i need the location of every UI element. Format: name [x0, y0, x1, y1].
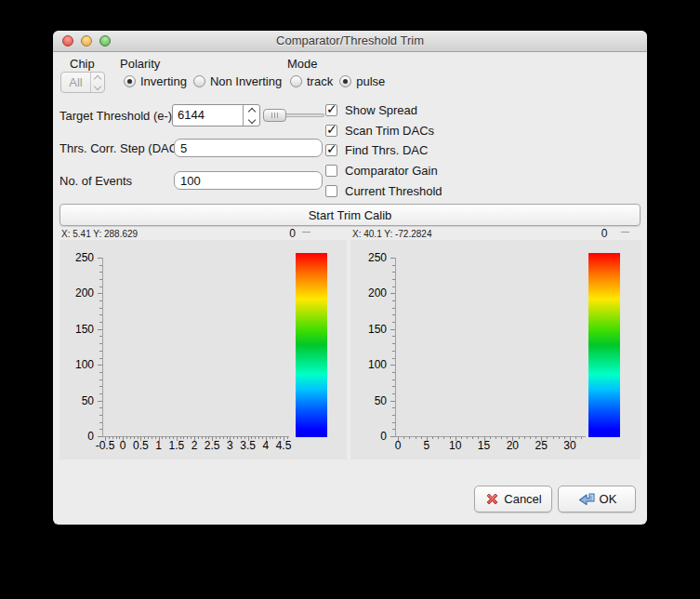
- y-axis-minor-tick: [99, 429, 102, 430]
- cancel-button[interactable]: Cancel: [474, 486, 552, 512]
- x-axis-minor-tick: [191, 436, 192, 439]
- y-axis-line: [102, 258, 103, 436]
- y-axis-tick: [390, 293, 395, 294]
- x-axis-minor-tick: [130, 436, 131, 439]
- x-axis-minor-tick: [244, 436, 245, 439]
- radio-non-inverting[interactable]: Non Inverting: [193, 74, 282, 88]
- x-axis-minor-tick: [227, 436, 228, 439]
- checkbox-label: Find Thrs. DAC: [345, 143, 428, 157]
- slider-handle[interactable]: [263, 109, 286, 122]
- colorbar-max-tick: [621, 232, 629, 233]
- x-axis-minor-tick: [421, 436, 422, 439]
- target-threshold-label: Target Threshold (e-): [59, 109, 172, 123]
- y-axis-minor-tick: [99, 272, 102, 273]
- chip-select[interactable]: All: [60, 72, 105, 93]
- y-axis-minor-tick: [392, 279, 395, 280]
- x-axis-minor-tick: [272, 436, 273, 439]
- y-axis-minor-tick: [99, 358, 102, 359]
- ok-button[interactable]: OK: [558, 486, 636, 512]
- y-axis-minor-tick: [99, 393, 102, 394]
- x-axis-minor-tick: [223, 436, 224, 439]
- x-axis-minor-tick: [183, 436, 184, 439]
- spin-down-button[interactable]: [244, 115, 259, 126]
- chip-select-value: All: [61, 75, 90, 89]
- y-axis-minor-tick: [99, 286, 102, 287]
- x-axis-minor-tick: [241, 436, 242, 439]
- x-tick-label: 4.5: [268, 439, 299, 452]
- x-tick-label: 25: [525, 439, 557, 452]
- y-axis-minor-tick: [99, 308, 102, 309]
- checkbox-icon: ✓: [325, 125, 337, 137]
- y-axis-minor-tick: [99, 379, 102, 380]
- no-of-events-input[interactable]: 100: [174, 171, 323, 190]
- y-tick-label: 250: [59, 251, 94, 264]
- colorbar-max-label: 0: [268, 227, 296, 240]
- spin-up-button[interactable]: [244, 105, 259, 115]
- x-axis-minor-tick: [180, 436, 181, 439]
- target-threshold-slider[interactable]: [263, 109, 324, 122]
- x-axis-minor-tick: [205, 436, 206, 439]
- y-tick-label: 50: [350, 394, 387, 407]
- x-axis-minor-tick: [507, 436, 508, 439]
- chip-label: Chip: [70, 57, 95, 71]
- x-axis-minor-tick: [169, 436, 170, 439]
- plot-right: 0 X: 40.1 Y: -72.2824 050100150200250051…: [350, 229, 641, 459]
- y-axis-minor-tick: [99, 422, 102, 423]
- y-axis-minor-tick: [392, 336, 395, 337]
- radio-pulse[interactable]: pulse: [339, 74, 385, 88]
- x-tick-label: 10: [440, 439, 471, 452]
- y-axis-minor-tick: [392, 429, 395, 430]
- y-axis-minor-tick: [392, 422, 395, 423]
- colorbar-max-tick: [302, 232, 310, 233]
- thrs-corr-step-input[interactable]: 5: [174, 139, 323, 157]
- radio-track-label: track: [307, 74, 333, 88]
- spinbox-buttons: [243, 105, 259, 126]
- y-axis-minor-tick: [99, 407, 102, 408]
- target-threshold-spinbox[interactable]: 6144: [172, 104, 260, 126]
- checkbox-scan-trim-dacs[interactable]: ✓ Scan Trim DACs: [325, 124, 434, 137]
- x-axis-minor-tick: [403, 436, 404, 439]
- radio-inverting[interactable]: Inverting: [124, 74, 187, 88]
- chevron-up-icon: [94, 74, 101, 82]
- plot-canvas[interactable]: 050100150200250-0.500.511.522.533.544.5: [59, 240, 347, 459]
- cancel-x-icon: [484, 491, 500, 507]
- x-tick-label: 5: [411, 439, 442, 452]
- y-axis-minor-tick: [392, 286, 395, 287]
- x-axis-minor-tick: [432, 436, 433, 439]
- radio-inverting-label: Inverting: [140, 74, 187, 88]
- x-axis-minor-tick: [138, 436, 139, 439]
- x-axis-minor-tick: [581, 436, 582, 439]
- x-axis-minor-tick: [438, 436, 439, 439]
- x-axis-minor-tick: [219, 436, 220, 439]
- radio-non-inverting-label: Non Inverting: [210, 74, 282, 88]
- y-axis-minor-tick: [99, 351, 102, 352]
- checkbox-comparator-gain[interactable]: Comparator Gain: [325, 164, 438, 177]
- ok-enter-arrow-icon: [577, 492, 596, 507]
- x-tick-label: 30: [554, 439, 586, 452]
- radio-track[interactable]: track: [290, 74, 333, 88]
- target-threshold-value[interactable]: 6144: [173, 105, 243, 126]
- chevron-down-icon: [247, 115, 255, 123]
- y-axis-minor-tick: [99, 386, 102, 387]
- x-axis-minor-tick: [116, 436, 117, 439]
- plot-canvas[interactable]: 050100150200250051015202530: [350, 240, 641, 459]
- x-axis-minor-tick: [126, 436, 127, 439]
- x-axis-minor-tick: [472, 436, 473, 439]
- checkbox-find-thrs-dac[interactable]: ✓ Find Thrs. DAC: [325, 143, 428, 156]
- y-axis-minor-tick: [392, 351, 395, 352]
- start-trim-calib-button[interactable]: Start Trim Calib: [59, 204, 641, 226]
- x-axis-minor-tick: [409, 436, 410, 439]
- x-axis-minor-tick: [443, 436, 444, 439]
- y-axis-minor-tick: [99, 322, 102, 323]
- y-axis-minor-tick: [99, 336, 102, 337]
- y-axis-tick: [98, 365, 102, 366]
- x-axis-minor-tick: [155, 436, 156, 439]
- checkbox-show-spread[interactable]: ✓ Show Spread: [325, 103, 417, 116]
- polarity-label: Polarity: [120, 57, 160, 71]
- x-axis-minor-tick: [187, 436, 188, 439]
- y-axis-minor-tick: [392, 314, 395, 315]
- y-tick-label: 100: [59, 358, 94, 371]
- checkbox-label: Show Spread: [345, 103, 417, 117]
- y-axis-minor-tick: [392, 415, 395, 416]
- checkbox-current-threshold[interactable]: Current Threshold: [325, 184, 442, 197]
